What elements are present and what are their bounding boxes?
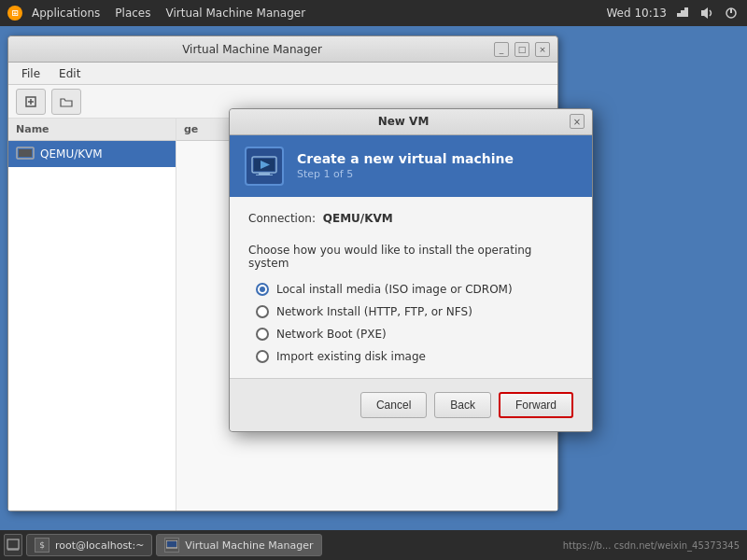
dialog-close-btn[interactable]: × (570, 114, 585, 129)
new-vm-icon (245, 147, 284, 186)
dialog-titlebar: New VM × (230, 109, 592, 135)
install-label: Choose how you would like to install the… (248, 244, 573, 270)
panel-places[interactable]: Places (109, 5, 156, 21)
radio-network-install-circle (256, 305, 269, 318)
svg-rect-17 (7, 539, 19, 549)
radio-local-label: Local install media (ISO image or CDROM) (276, 283, 513, 296)
top-panel: ⊞ Applications Places Virtual Machine Ma… (0, 0, 747, 26)
svg-marker-3 (701, 7, 708, 19)
panel-right: Wed 10:13 (606, 5, 740, 21)
svg-rect-15 (259, 173, 270, 175)
dialog-title: New VM (237, 115, 570, 128)
radio-import-label: Import existing disk image (276, 350, 426, 363)
dialog-body: Connection: QEMU/KVM Choose how you woul… (230, 197, 592, 378)
radio-network-install[interactable]: Network Install (HTTP, FTP, or NFS) (256, 305, 573, 318)
svg-rect-20 (167, 541, 176, 547)
radio-import-circle (256, 350, 269, 363)
dialog-banner-text: Create a new virtual machine Step 1 of 5 (297, 151, 577, 180)
connection-value: QEMU/KVM (323, 212, 393, 225)
svg-rect-16 (256, 175, 273, 175)
taskbar-terminal[interactable]: $ root@localhost:~ (26, 534, 152, 556)
volume-icon (698, 5, 715, 21)
panel-left: ⊞ Applications Places Virtual Machine Ma… (7, 5, 311, 21)
dialog-overlay: New VM × Create a new virtual machine (0, 35, 747, 560)
taskbar-terminal-label: root@localhost:~ (55, 539, 144, 552)
power-icon[interactable] (723, 5, 740, 21)
back-button[interactable]: Back (434, 392, 491, 418)
taskbar: $ root@localhost:~ Virtual Machine Manag… (0, 530, 747, 560)
panel-applications[interactable]: Applications (26, 5, 106, 21)
dialog-banner-title: Create a new virtual machine (297, 151, 577, 166)
dialog-banner: Create a new virtual machine Step 1 of 5 (230, 135, 592, 197)
dialog-banner-subtitle: Step 1 of 5 (297, 168, 577, 180)
show-desktop-btn[interactable] (4, 534, 22, 556)
radio-network-boot[interactable]: Network Boot (PXE) (256, 328, 573, 341)
connection-label: Connection: (248, 212, 316, 225)
radio-local-dot (260, 287, 265, 292)
cancel-button[interactable]: Cancel (360, 392, 427, 418)
desktop: ⊞ Applications Places Virtual Machine Ma… (0, 0, 747, 560)
panel-logo: ⊞ (7, 6, 22, 21)
terminal-icon: $ (35, 538, 49, 553)
panel-vmm[interactable]: Virtual Machine Manager (160, 5, 311, 21)
dialog-footer: Cancel Back Forward (230, 378, 592, 431)
panel-time: Wed 10:13 (606, 7, 667, 20)
svg-rect-1 (681, 10, 684, 17)
forward-button[interactable]: Forward (499, 392, 573, 418)
svg-rect-0 (677, 13, 681, 17)
vmm-taskbar-icon (164, 538, 179, 553)
taskbar-vmm[interactable]: Virtual Machine Manager (156, 534, 321, 556)
network-icon (674, 5, 691, 21)
radio-local[interactable]: Local install media (ISO image or CDROM) (256, 283, 573, 296)
radio-group: Local install media (ISO image or CDROM)… (248, 283, 573, 363)
radio-network-boot-label: Network Boot (PXE) (276, 328, 387, 341)
taskbar-url: https://b... csdn.net/weixin_45373345 (563, 540, 743, 551)
new-vm-dialog: New VM × Create a new virtual machine (229, 108, 593, 432)
radio-import[interactable]: Import existing disk image (256, 350, 573, 363)
radio-network-install-label: Network Install (HTTP, FTP, or NFS) (276, 305, 472, 318)
radio-local-circle (256, 283, 269, 296)
taskbar-vmm-label: Virtual Machine Manager (185, 539, 313, 552)
connection-row: Connection: QEMU/KVM (248, 212, 573, 225)
radio-network-boot-circle (256, 328, 269, 341)
svg-rect-2 (684, 7, 688, 17)
